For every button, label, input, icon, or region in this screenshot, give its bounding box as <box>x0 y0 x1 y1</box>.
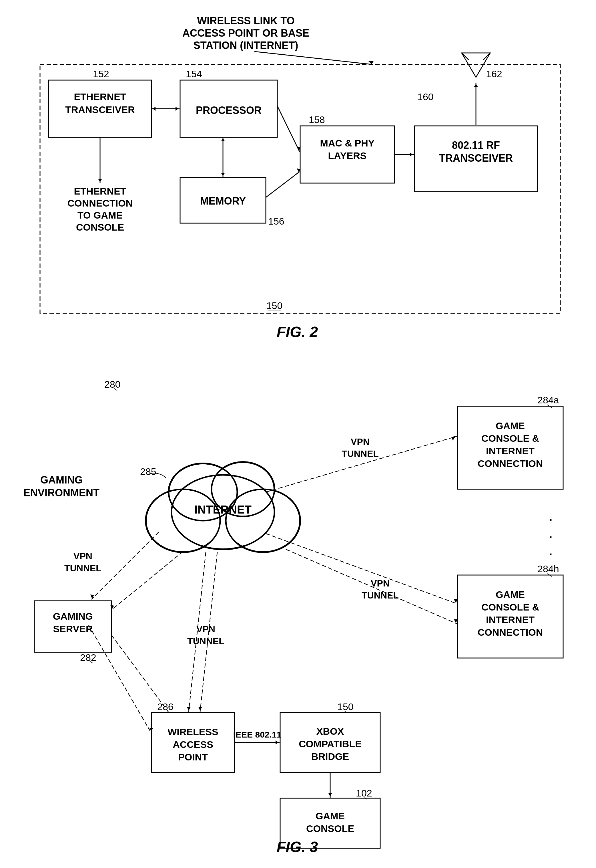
svg-marker-94 <box>328 793 332 797</box>
svg-text:LAYERS: LAYERS <box>328 150 367 161</box>
ref-102: 102 <box>356 788 372 799</box>
ref-282: 282 <box>80 652 96 663</box>
svg-text:CONNECTION: CONNECTION <box>68 198 133 208</box>
ref-158: 158 <box>309 114 325 125</box>
svg-text:XBOX: XBOX <box>316 726 344 737</box>
svg-marker-32 <box>474 84 478 87</box>
svg-text:TUNNEL: TUNNEL <box>361 590 399 600</box>
ref-156: 156 <box>268 216 285 226</box>
ref-160: 160 <box>417 91 434 102</box>
svg-line-104 <box>91 532 159 599</box>
fig2-diagram: WIRELESS LINK TO ACCESS POINT OR BASE ST… <box>17 12 577 343</box>
svg-text:TUNNEL: TUNNEL <box>342 449 379 459</box>
svg-text:ACCESS POINT OR BASE: ACCESS POINT OR BASE <box>182 27 309 39</box>
svg-text:CONSOLE: CONSOLE <box>306 823 354 834</box>
svg-text:IEEE 802.11: IEEE 802.11 <box>233 730 281 739</box>
svg-text:CONNECTION: CONNECTION <box>478 458 543 469</box>
wireless-link-text: WIRELESS LINK TO <box>197 15 294 27</box>
svg-text:PROCESSOR: PROCESSOR <box>196 104 261 116</box>
ref-152: 152 <box>93 68 109 79</box>
svg-text:BRIDGE: BRIDGE <box>311 751 349 762</box>
svg-text:SERVER: SERVER <box>53 623 93 634</box>
svg-marker-13 <box>176 107 179 111</box>
svg-text:GAME: GAME <box>316 810 345 821</box>
svg-marker-12 <box>153 107 155 111</box>
fig2-label: FIG. 2 <box>277 323 318 340</box>
svg-text:VPN: VPN <box>371 578 389 589</box>
svg-text:ETHERNET: ETHERNET <box>74 186 126 197</box>
ref-285: 285 <box>140 466 156 477</box>
svg-text:COMPATIBLE: COMPATIBLE <box>299 738 361 749</box>
svg-line-24 <box>266 172 299 197</box>
svg-text:MEMORY: MEMORY <box>200 195 246 207</box>
svg-text:TRANSCEIVER: TRANSCEIVER <box>439 152 513 164</box>
svg-text:.: . <box>549 508 553 524</box>
ref-284h: 284h <box>537 563 559 574</box>
svg-text:TUNNEL: TUNNEL <box>187 636 224 646</box>
svg-text:GAMING: GAMING <box>53 611 93 622</box>
fig3-label: FIG. 3 <box>277 838 318 855</box>
svg-text:STATION (INTERNET): STATION (INTERNET) <box>193 40 298 51</box>
svg-text:CONSOLE: CONSOLE <box>76 222 124 232</box>
svg-text:ETHERNET: ETHERNET <box>74 91 126 102</box>
svg-marker-105 <box>90 594 94 599</box>
svg-text:TUNNEL: TUNNEL <box>64 563 102 573</box>
svg-text:INTERNET: INTERNET <box>195 503 252 516</box>
svg-text:INTERNET: INTERNET <box>486 445 534 456</box>
svg-text:.: . <box>549 542 553 558</box>
svg-text:POINT: POINT <box>178 751 208 762</box>
ref-154: 154 <box>186 68 202 79</box>
svg-text:CONSOLE &: CONSOLE & <box>481 602 539 612</box>
svg-marker-96 <box>276 741 279 744</box>
ref-284a: 284a <box>537 395 559 405</box>
svg-line-112 <box>286 549 457 624</box>
svg-text:ACCESS: ACCESS <box>173 739 213 750</box>
svg-marker-113 <box>454 620 457 623</box>
ref-286: 286 <box>157 701 174 712</box>
ref-162: 162 <box>486 68 502 79</box>
svg-text:GAME: GAME <box>496 589 525 600</box>
svg-line-2 <box>254 52 372 64</box>
ref-280: 280 <box>104 379 121 390</box>
svg-marker-117 <box>187 707 191 711</box>
svg-marker-101 <box>451 436 456 441</box>
svg-marker-18 <box>221 173 225 176</box>
svg-text:CONNECTION: CONNECTION <box>478 627 543 638</box>
svg-text:CONSOLE &: CONSOLE & <box>481 433 539 444</box>
svg-text:.: . <box>549 525 553 541</box>
svg-line-106 <box>112 552 183 610</box>
page: WIRELESS LINK TO ACCESS POINT OR BASE ST… <box>0 0 596 868</box>
svg-marker-37 <box>98 179 102 182</box>
svg-marker-30 <box>410 152 413 157</box>
svg-text:ENVIRONMENT: ENVIRONMENT <box>24 487 99 499</box>
fig3-diagram: 280 GAMING ENVIRONMENT IN <box>17 361 577 858</box>
svg-marker-17 <box>221 139 225 141</box>
ref-150-label: 150 <box>266 300 283 311</box>
svg-text:GAMING: GAMING <box>40 474 83 486</box>
svg-text:802.11 RF: 802.11 RF <box>452 139 500 151</box>
svg-text:GAME: GAME <box>496 420 525 431</box>
svg-line-110 <box>266 534 457 604</box>
svg-text:MAC & PHY: MAC & PHY <box>320 138 375 148</box>
svg-text:TO GAME: TO GAME <box>77 210 122 220</box>
svg-text:WIRELESS: WIRELESS <box>168 726 218 737</box>
svg-text:VPN: VPN <box>351 436 370 447</box>
svg-text:INTERNET: INTERNET <box>486 614 534 625</box>
svg-text:TRANSCEIVER: TRANSCEIVER <box>65 104 135 115</box>
svg-marker-119 <box>198 707 202 711</box>
ref-150-fig3: 150 <box>337 701 354 712</box>
svg-text:VPN: VPN <box>196 624 215 634</box>
svg-line-22 <box>277 106 299 152</box>
svg-line-122 <box>112 635 169 712</box>
svg-text:VPN: VPN <box>74 551 92 561</box>
